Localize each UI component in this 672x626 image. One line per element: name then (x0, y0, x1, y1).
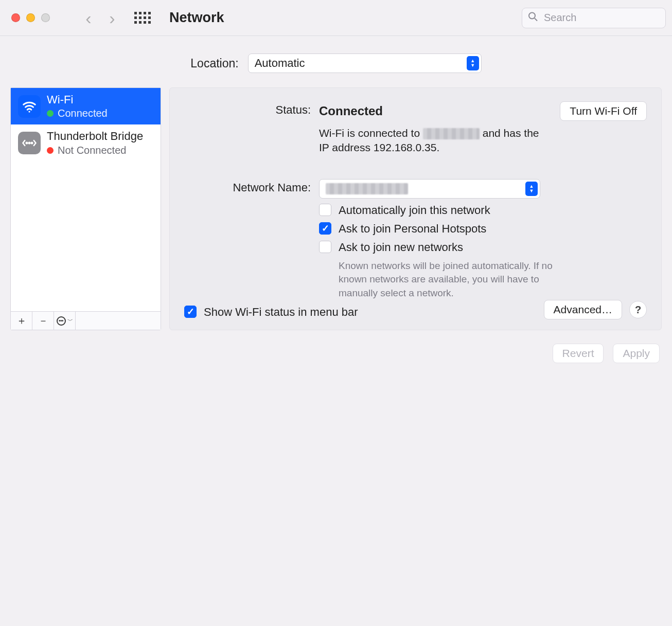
thunderbolt-bridge-icon (18, 132, 41, 154)
sidebar-toolbar: ＋ － ••• ﹀ (11, 311, 161, 330)
close-window-button[interactable] (11, 13, 20, 22)
service-name: Wi-Fi (47, 93, 108, 106)
join-networks-hint: Known networks will be joined automatica… (339, 259, 565, 300)
location-value: Automatic (255, 57, 305, 70)
add-service-button[interactable]: ＋ (11, 312, 32, 330)
ip-address: 192.168.0.35 (374, 141, 437, 153)
status-dot-icon (47, 147, 54, 154)
apply-button[interactable]: Apply (613, 344, 660, 363)
toolbar: ‹ › Network (0, 0, 672, 36)
stepper-icon (467, 56, 479, 70)
sidebar-item-wifi[interactable]: Wi-Fi Connected (11, 88, 161, 124)
forward-button[interactable]: › (103, 9, 121, 27)
checkbox-icon (319, 204, 331, 216)
minus-icon: － (38, 314, 48, 328)
stepper-icon (525, 182, 538, 196)
revert-button[interactable]: Revert (553, 344, 604, 363)
wifi-toggle-button[interactable]: Turn Wi-Fi Off (560, 101, 647, 121)
status-description: Wi-Fi is connected to and has the IP add… (319, 126, 647, 155)
checkbox-label: Ask to join new networks (339, 241, 463, 254)
plus-icon: ＋ (16, 314, 27, 328)
minimize-window-button[interactable] (26, 13, 35, 22)
status-desc-text: and has the (483, 127, 539, 139)
show-all-prefs-button[interactable] (134, 12, 151, 24)
checkbox-icon (319, 241, 331, 253)
ellipsis-icon: ••• (57, 316, 66, 326)
advanced-button[interactable]: Advanced… (544, 300, 622, 319)
checkbox-icon (319, 222, 331, 235)
svg-point-2 (28, 111, 30, 112)
location-label: Location: (190, 57, 238, 70)
ssid-redacted (423, 128, 480, 139)
checkbox-label: Show Wi-Fi status in menu bar (204, 306, 358, 319)
network-name-label: Network Name: (184, 179, 311, 194)
zoom-window-button[interactable] (41, 13, 50, 22)
wifi-icon (18, 95, 41, 118)
checkbox-label: Automatically join this network (339, 204, 490, 217)
location-row: Location: Automatic (0, 36, 672, 87)
remove-service-button[interactable]: － (32, 312, 54, 330)
chevron-down-icon: ﹀ (67, 317, 73, 325)
network-name-dropdown[interactable] (319, 179, 540, 199)
service-name: Thunderbolt Bridge (47, 130, 143, 143)
svg-point-3 (26, 142, 28, 144)
service-status: Connected (58, 108, 108, 119)
status-value: Connected (319, 104, 383, 118)
back-button[interactable]: ‹ (80, 9, 97, 27)
sidebar-item-thunderbolt[interactable]: Thunderbolt Bridge Not Connected (11, 124, 161, 161)
help-button[interactable]: ? (629, 301, 647, 318)
chevron-right-icon: › (109, 9, 115, 27)
question-icon: ? (635, 304, 641, 316)
chevron-left-icon: ‹ (85, 9, 91, 27)
network-name-redacted (326, 183, 408, 194)
status-dot-icon (47, 110, 54, 117)
service-actions-menu[interactable]: ••• ﹀ (54, 312, 76, 330)
svg-point-5 (31, 142, 33, 144)
checkbox-label: Ask to join Personal Hotspots (339, 222, 486, 236)
footer: Revert Apply (0, 330, 672, 377)
location-dropdown[interactable]: Automatic (248, 53, 482, 73)
svg-point-4 (29, 142, 30, 144)
page-title: Network (169, 10, 224, 26)
status-label: Status: (184, 101, 311, 117)
service-list: Wi-Fi Connected Thunderbolt Bridge (11, 88, 161, 311)
menubar-status-checkbox[interactable]: Show Wi-Fi status in menu bar (184, 306, 358, 319)
service-sidebar: Wi-Fi Connected Thunderbolt Bridge (10, 87, 161, 330)
checkbox-icon (184, 306, 197, 318)
service-status: Not Connected (58, 145, 126, 156)
search-icon (528, 11, 538, 24)
detail-panel: Status: Connected Turn Wi-Fi Off Wi-Fi i… (169, 87, 662, 330)
status-desc-text: . (436, 141, 439, 153)
join-new-networks-checkbox[interactable]: Ask to join new networks (319, 241, 647, 254)
auto-join-checkbox[interactable]: Automatically join this network (319, 204, 647, 217)
personal-hotspots-checkbox[interactable]: Ask to join Personal Hotspots (319, 222, 647, 236)
svg-point-0 (529, 12, 535, 19)
search-input[interactable] (522, 8, 666, 28)
search-field-wrap (522, 8, 666, 28)
window-controls (11, 13, 50, 22)
svg-line-1 (535, 18, 537, 21)
status-desc-text: Wi-Fi is connected to (319, 127, 423, 139)
status-desc-text: IP address (319, 141, 374, 153)
